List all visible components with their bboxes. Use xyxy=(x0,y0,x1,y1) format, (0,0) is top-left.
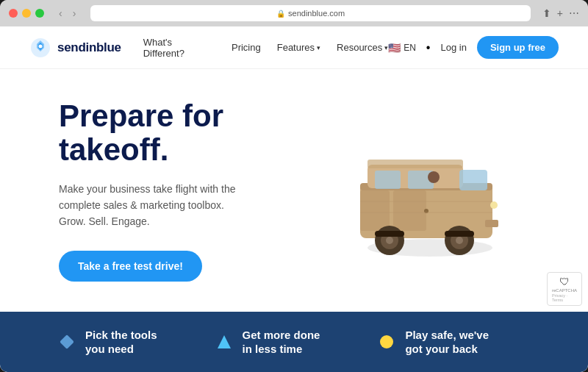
bottom-text-time: Get more done in less time xyxy=(243,328,320,357)
recaptcha-logo: 🛡 xyxy=(559,276,570,287)
svg-point-18 xyxy=(456,237,463,244)
share-button[interactable]: ⬆ xyxy=(542,7,551,19)
hero-subtitle: Make your business take flight with the … xyxy=(59,181,250,230)
back-button[interactable]: ‹ xyxy=(56,6,65,21)
svg-point-15 xyxy=(386,237,393,244)
login-link[interactable]: Log in xyxy=(440,42,466,53)
svg-rect-6 xyxy=(459,170,487,190)
svg-rect-7 xyxy=(375,171,401,189)
traffic-lights xyxy=(9,9,44,18)
svg-point-1 xyxy=(39,44,43,48)
hero-title: Prepare for takeoff. xyxy=(59,99,309,167)
bottom-item-time: Get more done in less time xyxy=(216,328,320,357)
navbar: sendinblue What's Different? Pricing Fea… xyxy=(0,26,588,69)
website: sendinblue What's Different? Pricing Fea… xyxy=(0,26,588,372)
circle-icon xyxy=(379,334,395,350)
hero-image xyxy=(309,117,544,264)
svg-rect-11 xyxy=(360,190,390,231)
browser-titlebar: ‹ › 🔒 sendinblue.com ⬆ + ⋯ xyxy=(0,0,588,26)
nav-links: What's Different? Pricing Features ▾ Res… xyxy=(143,37,388,59)
language-selector[interactable]: 🇺🇸 EN xyxy=(388,42,416,54)
van-illustration xyxy=(323,117,529,264)
signup-button[interactable]: Sign up free xyxy=(477,36,559,59)
close-button[interactable] xyxy=(9,9,18,18)
svg-rect-12 xyxy=(485,220,498,227)
logo-text: sendinblue xyxy=(57,40,121,55)
nav-resources[interactable]: Resources ▾ xyxy=(337,42,388,53)
svg-rect-9 xyxy=(393,190,426,231)
triangle-icon xyxy=(216,334,232,350)
cta-button[interactable]: Take a free test drive! xyxy=(59,251,202,282)
recaptcha-text: reCAPTCHA xyxy=(552,288,577,293)
svg-marker-27 xyxy=(218,335,231,348)
lock-icon: 🔒 xyxy=(276,10,285,18)
svg-point-28 xyxy=(380,335,393,348)
logo[interactable]: sendinblue xyxy=(29,37,121,59)
svg-point-21 xyxy=(428,171,440,183)
address-bar[interactable]: 🔒 sendinblue.com xyxy=(90,5,530,21)
minimize-button[interactable] xyxy=(22,9,31,18)
nav-pricing[interactable]: Pricing xyxy=(232,42,261,53)
nav-whats-different[interactable]: What's Different? xyxy=(143,37,215,59)
hero-content: Prepare for takeoff. Make your business … xyxy=(59,99,309,282)
svg-rect-24 xyxy=(375,231,404,237)
more-button[interactable]: ⋯ xyxy=(569,7,579,19)
nav-features[interactable]: Features ▾ xyxy=(277,42,320,53)
recaptcha-badge: 🛡 reCAPTCHA Privacy · Terms xyxy=(547,272,582,306)
features-dropdown-icon: ▾ xyxy=(317,44,320,51)
svg-rect-25 xyxy=(445,231,474,237)
browser-actions: ⬆ + ⋯ xyxy=(542,7,579,19)
bottom-bar: Pick the tools you need Get more done in… xyxy=(0,312,588,372)
browser-frame: ‹ › 🔒 sendinblue.com ⬆ + ⋯ sendinblue xyxy=(0,0,588,372)
new-tab-button[interactable]: + xyxy=(557,7,563,19)
diamond-icon xyxy=(59,334,75,350)
browser-nav: ‹ › xyxy=(56,6,79,21)
bottom-item-safe: Play safe, we've got your back xyxy=(379,328,489,357)
nav-right: 🇺🇸 EN • Log in Sign up free xyxy=(388,36,559,59)
bottom-text-tools: Pick the tools you need xyxy=(85,328,157,357)
bottom-item-tools: Pick the tools you need xyxy=(59,328,157,357)
flag-icon: 🇺🇸 xyxy=(388,42,401,54)
bottom-text-safe: Play safe, we've got your back xyxy=(405,328,489,357)
recaptcha-links: Privacy · Terms xyxy=(552,293,577,302)
lang-text: EN xyxy=(404,43,416,53)
url-text: sendinblue.com xyxy=(288,9,345,18)
maximize-button[interactable] xyxy=(35,9,44,18)
svg-point-22 xyxy=(490,201,498,209)
hero-section: Prepare for takeoff. Make your business … xyxy=(0,69,588,312)
svg-rect-26 xyxy=(60,335,74,349)
forward-button[interactable]: › xyxy=(70,6,79,21)
svg-rect-23 xyxy=(368,160,463,168)
